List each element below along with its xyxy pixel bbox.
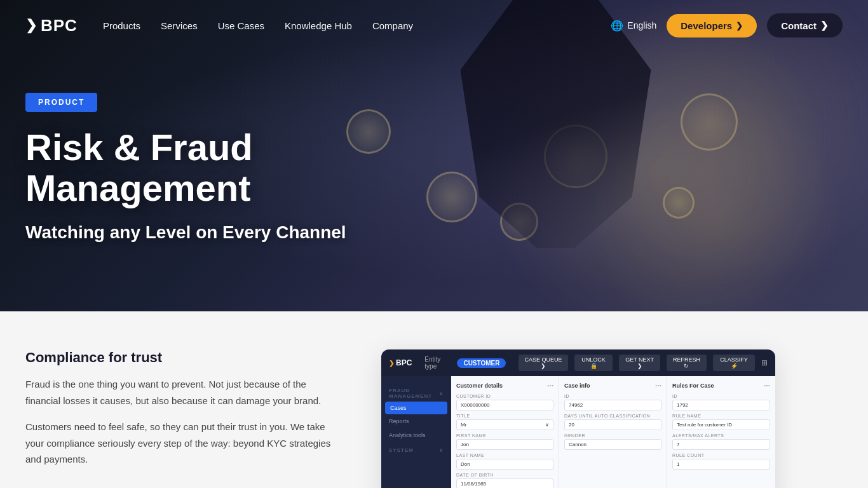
content-section: Compliance for trust Fraud is the one th… [0,311,868,488]
nav-links: Products Services Use Cases Knowledge Hu… [103,20,611,31]
rule-id-field: ID 1792 [672,394,770,410]
customer-id-label: CUSTOMER ID [456,394,553,398]
case-id-label: ID [564,394,661,398]
sidebar-system-toggle-icon[interactable]: ∨ [439,447,444,453]
contact-chevron-icon: ❯ [820,20,829,31]
rule-count-label: RULE COUNT [672,453,770,458]
coin-decoration-6 [681,93,738,151]
language-label: English [627,20,656,30]
case-gender-value: Cannon [564,439,661,450]
dob-field: DATE OF BIRTH 11/06/1985 [456,473,553,488]
dashboard-main-panels: Customer details ··· CUSTOMER ID X000000… [451,376,775,488]
developers-label: Developers [681,20,732,31]
content-para-1: Fraud is the one thing you want to preve… [25,376,343,409]
sidebar-section-toggle-icon[interactable]: ∨ [439,391,444,396]
content-title: Compliance for trust [25,349,343,366]
dash-logo-chevron-icon: ❯ [389,360,394,367]
case-info-menu-icon[interactable]: ··· [655,381,661,390]
nav-right: 🌐 English Developers ❯ Contact ❯ [611,13,843,37]
entity-type-label: Entity type [424,356,451,370]
sidebar-item-reports[interactable]: Reports [381,414,451,428]
get-next-button[interactable]: GET NEXT ❯ [619,355,660,371]
customer-id-value: X000000000 [456,400,553,410]
last-name-value: Don [456,459,553,470]
alerts-field: ALERTS/MAX ALERTS 7 [672,433,770,450]
contact-button[interactable]: Contact ❯ [767,13,843,37]
rule-id-value: 1792 [672,400,770,410]
nav-company[interactable]: Company [372,20,413,31]
classify-button[interactable]: CLASSIFY ⚡ [713,355,755,371]
dob-value: 11/06/1985 [456,478,553,488]
case-gender-field: GENDER Cannon [564,433,661,450]
last-name-label: LAST NAME [456,453,553,458]
nav-services[interactable]: Services [161,20,198,31]
hero-title: Risk & Fraud Management [25,127,451,208]
days-auto-label: DAYS UNTIL AUTO CLASSIFICATION [564,414,661,418]
rules-menu-icon[interactable]: ··· [764,381,770,390]
first-name-value: Jon [456,439,553,450]
logo[interactable]: ❯ BPC [25,16,78,36]
rule-name-field: RULE NAME Test rule for customer ID [672,414,770,430]
language-button[interactable]: 🌐 English [611,20,656,32]
entity-value-badge: CUSTOMER [457,358,506,368]
alerts-label: ALERTS/MAX ALERTS [672,433,770,438]
case-id-value: 74962 [564,400,661,410]
coin-decoration-5 [663,187,695,219]
customer-details-menu-icon[interactable]: ··· [547,381,553,390]
title-value: Mr ∨ [456,419,553,430]
case-gender-label: GENDER [564,433,661,438]
case-info-panel: Case info ··· ID 74962 DAYS UNTIL AUTO C… [559,376,667,488]
sidebar-section-fraud: FRAUD MANAGEMENT ∨ [381,383,451,402]
case-id-field: ID 74962 [564,394,661,410]
last-name-field: LAST NAME Don [456,453,553,470]
case-info-title: Case info ··· [564,381,661,390]
first-name-label: FIRST NAME [456,433,553,438]
case-queue-button[interactable]: CASE QUEUE ❯ [519,355,567,371]
alerts-value: 7 [672,439,770,450]
customer-id-field: CUSTOMER ID X000000000 [456,394,553,410]
customer-details-title: Customer details ··· [456,381,553,390]
customer-details-panel: Customer details ··· CUSTOMER ID X000000… [451,376,559,488]
dashboard-body: FRAUD MANAGEMENT ∨ Cases Reports Analyti… [381,376,775,488]
days-auto-field: DAYS UNTIL AUTO CLASSIFICATION 20 [564,414,661,430]
globe-icon: 🌐 [611,20,623,32]
developers-chevron-icon: ❯ [736,21,743,30]
title-field: TITLE Mr ∨ [456,414,553,430]
sidebar-item-cases[interactable]: Cases [385,402,447,414]
nav-products[interactable]: Products [103,20,140,31]
title-label: TITLE [456,414,553,418]
dashboard-topbar: ❯ BPC Entity type CUSTOMER CASE QUEUE ❯ … [381,349,775,376]
hero-subtitle: Watching any Level on Every Channel [25,221,451,244]
first-name-field: FIRST NAME Jon [456,433,553,450]
contact-label: Contact [781,20,817,31]
hero-content: PRODUCT Risk & Fraud Management Watching… [0,42,477,269]
rule-count-value: 1 [672,459,770,470]
dob-label: DATE OF BIRTH [456,473,553,477]
nav-use-cases[interactable]: Use Cases [218,20,264,31]
rule-id-label: ID [672,394,770,398]
rule-count-field: RULE COUNT 1 [672,453,770,470]
navbar: ❯ BPC Products Services Use Cases Knowle… [0,0,868,51]
content-para-2: Customers need to feel safe, so they can… [25,419,343,468]
content-left: Compliance for trust Fraud is the one th… [25,349,343,478]
days-auto-value: 20 [564,419,661,430]
unlock-button[interactable]: UNLOCK 🔒 [574,355,613,371]
sidebar-section-system: SYSTEM ∨ [381,442,451,456]
logo-text: BPC [41,16,78,36]
sidebar-item-analytics[interactable]: Analytics tools [381,428,451,442]
rule-name-label: RULE NAME [672,414,770,418]
nav-knowledge-hub[interactable]: Knowledge Hub [285,20,352,31]
developers-button[interactable]: Developers ❯ [667,14,757,37]
rules-panel: Rules For Case ··· ID 1792 RULE NAME Tes… [667,376,775,488]
dashboard-preview: ❯ BPC Entity type CUSTOMER CASE QUEUE ❯ … [381,349,775,488]
dashboard-logo: ❯ BPC [389,358,412,367]
logo-chevron-icon: ❯ [25,17,37,34]
dashboard-sidebar: FRAUD MANAGEMENT ∨ Cases Reports Analyti… [381,376,451,488]
dash-logo-text: BPC [396,358,412,367]
product-badge: PRODUCT [25,93,97,112]
rule-name-value: Test rule for customer ID [672,419,770,430]
refresh-button[interactable]: REFRESH ↻ [667,355,707,371]
expand-icon[interactable]: ⊞ [761,358,768,367]
rules-title: Rules For Case ··· [672,381,770,390]
